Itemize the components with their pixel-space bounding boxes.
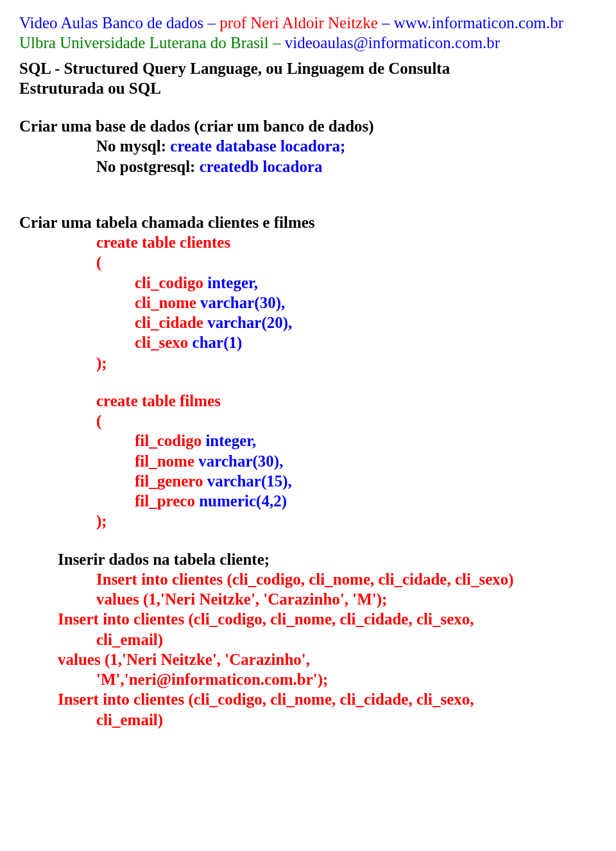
header-university: Ulbra Universidade Luterana do Brasil – — [19, 34, 285, 51]
col-type: varchar(30), — [194, 452, 283, 470]
col-type: integer, — [203, 274, 258, 291]
col-type: varchar(30), — [196, 294, 285, 311]
mysql-label: No mysql: — [96, 137, 170, 155]
header-line-1: Video Aulas Banco de dados – prof Neri A… — [19, 13, 597, 33]
col-name: cli_codigo — [135, 274, 203, 291]
header-sep: – — [378, 14, 394, 31]
insert-1-line2: values (1,'Neri Neitzke', 'Carazinho', '… — [19, 589, 597, 609]
col-name: cli_nome — [135, 294, 196, 311]
col-name: fil_preco — [135, 492, 195, 510]
create-clientes-l1: create table clientes — [19, 232, 597, 252]
header-prof: prof Neri Aldoir Neitzke — [219, 14, 377, 31]
create-filmes-paren: ( — [19, 411, 597, 431]
filmes-col-codigo: fil_codigo integer, — [19, 431, 597, 451]
insert-2-line2: cli_email) — [19, 630, 597, 649]
col-name: fil_genero — [135, 472, 203, 490]
insert-2-line3: values (1,'Neri Neitzke', 'Carazinho', — [19, 649, 597, 669]
pg-cmd: createdb locadora — [200, 158, 323, 175]
col-type: varchar(20), — [203, 314, 292, 331]
clientes-col-cidade: cli_cidade varchar(20), — [19, 313, 597, 332]
create-clientes-paren: ( — [19, 252, 597, 272]
insert-2-line4: 'M','neri@informaticon.com.br'); — [19, 669, 597, 689]
create-clientes-end: ); — [19, 353, 597, 373]
page-title-line2: Estruturada ou SQL — [19, 78, 597, 98]
col-name: fil_codigo — [135, 432, 201, 449]
insert-3-line2: cli_email) — [19, 710, 597, 730]
col-type: integer, — [201, 432, 256, 449]
clientes-col-sexo: cli_sexo char(1) — [19, 332, 597, 352]
header-course: Video Aulas Banco de dados – — [19, 14, 219, 31]
filmes-col-preco: fil_preco numeric(4,2) — [19, 491, 597, 511]
col-type: varchar(15), — [203, 472, 291, 490]
criar-base-postgresql: No postgresql: createdb locadora — [19, 157, 597, 176]
insert-3-line1: Insert into clientes (cli_codigo, cli_no… — [19, 689, 597, 709]
col-name: cli_sexo — [135, 334, 188, 351]
create-filmes-l1: create table filmes — [19, 391, 597, 411]
clientes-col-codigo: cli_codigo integer, — [19, 273, 597, 293]
col-type: char(1) — [188, 334, 242, 351]
pg-label: No postgresql: — [96, 158, 200, 175]
clientes-col-nome: cli_nome varchar(30), — [19, 293, 597, 313]
criar-base-mysql: No mysql: create database locadora; — [19, 136, 597, 156]
create-filmes-end: ); — [19, 511, 597, 531]
header-site[interactable]: www.informaticon.com.br — [394, 14, 563, 31]
section-criar-base-heading: Criar uma base de dados (criar um banco … — [19, 116, 597, 136]
insert-1-line1: Insert into clientes (cli_codigo, cli_no… — [19, 569, 597, 589]
mysql-cmd: create database locadora; — [170, 137, 345, 155]
insert-2-line1: Insert into clientes (cli_codigo, cli_no… — [19, 609, 597, 629]
col-name: fil_nome — [135, 452, 194, 470]
header-line-2: Ulbra Universidade Luterana do Brasil – … — [19, 33, 597, 53]
filmes-col-genero: fil_genero varchar(15), — [19, 471, 597, 491]
section-inserir-heading: Inserir dados na tabela cliente; — [19, 549, 597, 569]
col-type: numeric(4,2) — [195, 492, 287, 510]
section-criar-tabela-heading: Criar uma tabela chamada clientes e film… — [19, 212, 597, 232]
header-email[interactable]: videoaulas@informaticon.com.br — [285, 34, 500, 51]
page-title-line1: SQL - Structured Query Language, ou Ling… — [19, 58, 597, 78]
filmes-col-nome: fil_nome varchar(30), — [19, 451, 597, 471]
col-name: cli_cidade — [135, 314, 203, 331]
